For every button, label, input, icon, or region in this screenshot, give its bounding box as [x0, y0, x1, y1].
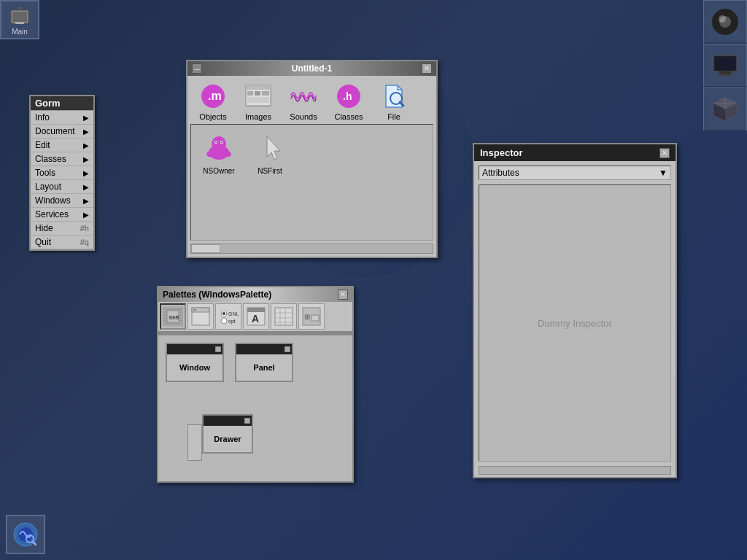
- svg-rect-49: [193, 309, 196, 311]
- gorm-menu: Gorm Info ▶ Document ▶ Edit ▶ Classes ▶ …: [29, 95, 95, 251]
- untitled-window: — Untitled-1 ✕ .m Objects: [186, 60, 438, 258]
- nsfirst-icon: [252, 131, 287, 166]
- menu-item-info[interactable]: Info ▶: [31, 111, 93, 125]
- untitled-scrollbar[interactable]: [190, 244, 433, 254]
- menu-item-classes[interactable]: Classes ▶: [31, 152, 93, 166]
- package-icon[interactable]: [703, 88, 747, 131]
- sounds-tab-icon: [289, 82, 318, 111]
- menu-item-windows[interactable]: Windows ▶: [31, 194, 93, 208]
- panel-chrome: Panel: [235, 343, 293, 382]
- main-icon-label: Main: [12, 28, 28, 36]
- tab-objects[interactable]: .m Objects: [195, 82, 231, 121]
- gnustep-icon[interactable]: [703, 0, 747, 44]
- svg-rect-10: [716, 74, 734, 76]
- svg-text:.m: .m: [208, 90, 222, 102]
- palettes-content: Window Panel: [158, 335, 352, 481]
- inspector-close-button[interactable]: ✕: [659, 148, 670, 158]
- untitled-content: NSOwner NSFirst: [190, 124, 433, 241]
- classes-tab-icon: .h: [334, 82, 363, 111]
- tab-images[interactable]: Images: [240, 82, 276, 121]
- panel-body-mini: Panel: [236, 354, 292, 381]
- nsowner-item[interactable]: NSOwner: [197, 131, 241, 175]
- drawer-main: Drawer: [202, 414, 253, 454]
- tab-classes[interactable]: .h Classes: [330, 82, 367, 121]
- window-titlebar-mini: [167, 344, 222, 354]
- palette-tool-6[interactable]: ⊞: [298, 303, 325, 330]
- nsfirst-label: NSFirst: [258, 167, 282, 175]
- palette-tool-4[interactable]: A: [243, 303, 269, 330]
- drawer-body-mini: Drawer: [204, 426, 252, 452]
- minimize-button[interactable]: —: [192, 63, 202, 74]
- bottom-left-app-icon[interactable]: [6, 515, 45, 554]
- menu-item-quit[interactable]: Quit #q: [31, 236, 93, 249]
- tab-sounds[interactable]: Sounds: [285, 82, 322, 121]
- main-app-icon[interactable]: Main: [0, 0, 39, 39]
- untitled-title: Untitled-1: [202, 63, 422, 74]
- menu-arrow: ▶: [83, 155, 89, 163]
- inspector-scrollbar[interactable]: [479, 466, 671, 475]
- tab-file[interactable]: File: [376, 82, 412, 121]
- palettes-close-button[interactable]: ✕: [338, 289, 348, 300]
- svg-text:opt: opt: [228, 319, 236, 324]
- palette-tool-5[interactable]: [271, 303, 297, 330]
- menu-item-tools[interactable]: Tools ▶: [31, 166, 93, 180]
- inspector-dropdown[interactable]: Attributes ▼: [479, 166, 671, 180]
- panel-close-dot: [285, 346, 290, 352]
- tab-sounds-label: Sounds: [290, 112, 317, 121]
- svg-rect-24: [247, 97, 269, 103]
- menu-item-document[interactable]: Document ▶: [31, 125, 93, 139]
- inspector-body: Dummy Inspector: [479, 184, 671, 462]
- nsfirst-item[interactable]: NSFirst: [248, 131, 292, 175]
- app-logo-icon: [8, 4, 31, 28]
- close-button[interactable]: ✕: [422, 63, 432, 74]
- dropdown-arrow-icon: ▼: [659, 168, 667, 178]
- svg-rect-20: [246, 85, 271, 90]
- window-body-mini: Window: [167, 354, 222, 381]
- images-tab-icon: [244, 82, 273, 111]
- palette-panel-item[interactable]: Panel: [235, 343, 293, 382]
- menu-item-hide[interactable]: Hide #h: [31, 222, 93, 236]
- drawer-composite: Drawer: [187, 414, 253, 461]
- svg-point-31: [212, 136, 226, 151]
- inspector-title: Inspector: [480, 147, 523, 158]
- drawer-side: [187, 424, 202, 461]
- tab-images-label: Images: [245, 112, 271, 121]
- objects-tab-icon: .m: [198, 82, 228, 111]
- palette-tool-1[interactable]: Shft: [160, 303, 186, 330]
- svg-rect-21: [247, 91, 253, 96]
- palettes-titlebar: Palettes (WindowsPalette) ✕: [158, 287, 352, 302]
- window-chrome: Window: [166, 343, 224, 382]
- svg-text:A: A: [252, 313, 259, 324]
- monitor-icon[interactable]: [703, 44, 747, 88]
- menu-item-edit[interactable]: Edit ▶: [31, 139, 93, 152]
- inspector-window: Inspector ✕ Attributes ▼ Dummy Inspector: [473, 143, 677, 478]
- svg-rect-8: [715, 57, 735, 70]
- untitled-titlebar: — Untitled-1 ✕: [187, 61, 436, 76]
- palette-window-item[interactable]: Window: [166, 343, 224, 382]
- svg-rect-2: [15, 22, 24, 24]
- menu-item-layout[interactable]: Layout ▶: [31, 180, 93, 194]
- drawer-titlebar-mini: [204, 416, 252, 426]
- svg-rect-9: [719, 71, 731, 74]
- palette-drawer-item[interactable]: Drawer: [187, 414, 253, 461]
- svg-rect-58: [275, 308, 293, 325]
- menu-title: Gorm: [31, 96, 93, 110]
- drawer-close-dot: [244, 418, 250, 424]
- svg-rect-22: [255, 91, 260, 96]
- menu-item-services[interactable]: Services ▶: [31, 208, 93, 222]
- palette-tool-3[interactable]: GNU opt: [215, 303, 241, 330]
- palette-tool-2[interactable]: [187, 303, 214, 330]
- palettes-title: Palettes (WindowsPalette): [163, 289, 271, 300]
- scrollbar-thumb[interactable]: [191, 244, 220, 253]
- svg-rect-56: [247, 308, 265, 312]
- menu-arrow: ▶: [83, 211, 89, 219]
- svg-text:Shft: Shft: [169, 314, 179, 321]
- svg-point-34: [215, 141, 217, 143]
- inspector-controls: Attributes ▼: [474, 161, 676, 184]
- menu-arrow: ▶: [83, 128, 89, 136]
- tab-objects-label: Objects: [199, 112, 226, 121]
- file-tab-icon: [379, 82, 409, 111]
- svg-point-6: [719, 15, 726, 23]
- right-panel: [703, 0, 747, 131]
- tab-file-label: File: [387, 112, 400, 121]
